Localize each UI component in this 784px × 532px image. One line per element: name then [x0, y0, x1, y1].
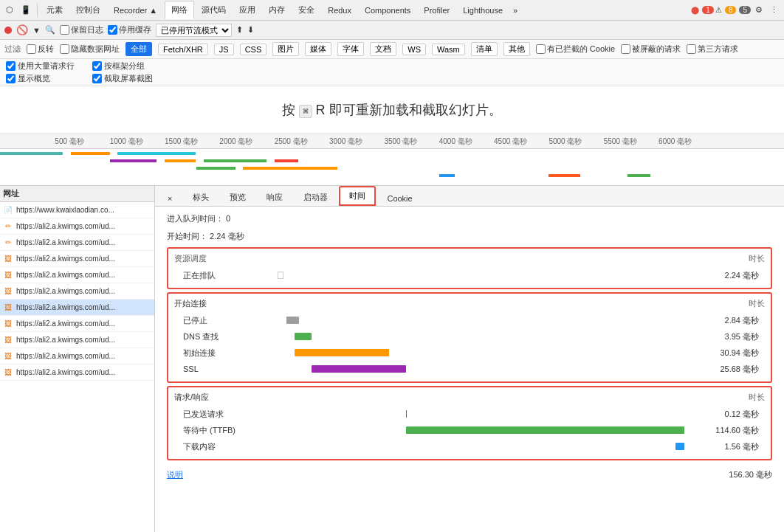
filter-doc[interactable]: 文档	[370, 42, 396, 56]
clear-button[interactable]: 🚫	[16, 24, 28, 35]
url-icon-4: 🖼	[3, 270, 13, 280]
large-requests-checkbox[interactable]	[6, 61, 16, 71]
more-options-icon[interactable]: ⋮	[767, 4, 781, 16]
url-item-10[interactable]: 🖼 https://ali2.a.kwimgs.com/ud...	[0, 365, 154, 381]
url-text-1: https://ali2.a.kwimgs.com/ud...	[16, 222, 151, 230]
more-tabs-icon[interactable]: »	[510, 4, 520, 16]
url-item-6[interactable]: 🖼 https://ali2.a.kwimgs.com/ud...	[0, 300, 154, 316]
tab-lighthouse[interactable]: Lighthouse	[457, 3, 509, 18]
import-icon[interactable]: ⬆	[236, 25, 243, 35]
tab-redux[interactable]: Redux	[322, 3, 357, 18]
url-item-2[interactable]: ✏ https://ali2.a.kwimgs.com/ud...	[0, 235, 154, 251]
overview-option[interactable]: 显示概览	[6, 73, 75, 84]
url-text-8: https://ali2.a.kwimgs.com/ud...	[16, 336, 151, 344]
download-bar-area	[278, 441, 706, 452]
device-icon[interactable]: 📱	[18, 4, 34, 16]
tab-sources[interactable]: 源代码	[196, 1, 232, 18]
resource-scheduling-label: 资源调度	[174, 253, 207, 264]
large-requests-option[interactable]: 使用大量请求行	[6, 61, 75, 72]
tab-close[interactable]: ×	[158, 190, 182, 206]
tab-application[interactable]: 应用	[233, 1, 261, 18]
filter-other[interactable]: 其他	[503, 42, 530, 56]
detail-content: 进入队列时间： 0 开始时间： 2.24 毫秒 资源调度 时长 正在排队	[155, 207, 784, 532]
preserve-log-checkbox[interactable]	[60, 25, 69, 35]
url-item-7[interactable]: 🖼 https://ali2.a.kwimgs.com/ud...	[0, 316, 154, 332]
total-duration: 156.30 毫秒	[729, 469, 772, 480]
filter-label: 过滤	[4, 44, 21, 55]
reverse-label[interactable]: 反转	[27, 44, 54, 55]
bar-row4-3	[627, 174, 651, 177]
frame-group-checkbox[interactable]	[92, 61, 102, 71]
url-item-9[interactable]: 🖼 https://ali2.a.kwimgs.com/ud...	[0, 348, 154, 365]
search-icon[interactable]: 🔍	[45, 25, 55, 35]
url-icon-doc: 📄	[3, 205, 13, 215]
options-col-right: 按框架分组 截取屏幕截图	[92, 61, 153, 84]
reverse-checkbox[interactable]	[27, 44, 36, 54]
filter-media[interactable]: 媒体	[305, 42, 331, 56]
blocked-requests-checkbox[interactable]	[621, 44, 630, 54]
filter-js[interactable]: JS	[214, 44, 234, 55]
settings-icon[interactable]: ⚙	[752, 4, 766, 16]
disable-cache-checkbox[interactable]	[108, 25, 117, 35]
ruler-6000: 6000 毫秒	[659, 137, 692, 147]
filter-css[interactable]: CSS	[240, 44, 267, 55]
tab-profiler[interactable]: Profiler	[418, 3, 455, 18]
export-icon[interactable]: ⬇	[247, 25, 254, 35]
tab-cookie[interactable]: Cookie	[377, 190, 422, 206]
overview-checkbox[interactable]	[6, 74, 16, 83]
center-message-area: 按 ⌘ R 即可重新加载和截取幻灯片。	[0, 86, 784, 134]
url-item-0[interactable]: 📄 https://www.kwaixlaodian.co...	[0, 202, 154, 218]
timeline-ruler: 500 毫秒 1000 毫秒 1500 毫秒 2000 毫秒 2500 毫秒 3…	[0, 134, 784, 149]
filter-all[interactable]: 全部	[125, 42, 152, 56]
url-item-3[interactable]: 🖼 https://ali2.a.kwimgs.com/ud...	[0, 251, 154, 267]
start-time-label: 开始时间：	[167, 232, 207, 241]
blocked-requests-label[interactable]: 被屏蔽的请求	[621, 44, 681, 55]
throttle-select[interactable]: 已停用节流模式	[156, 24, 232, 37]
tab-timing[interactable]: 时间	[339, 186, 376, 206]
inspect-icon[interactable]: ⬡	[3, 4, 16, 16]
hide-data-checkbox[interactable]	[60, 44, 69, 54]
hide-data-label[interactable]: 隐藏数据网址	[60, 44, 120, 55]
screenshot-option[interactable]: 截取屏幕截图	[92, 73, 153, 84]
initial-conn-duration: 30.94 毫秒	[706, 348, 765, 359]
filter-manifest[interactable]: 清单	[471, 42, 498, 56]
tab-response[interactable]: 响应	[257, 188, 292, 206]
filter-wasm[interactable]: Wasm	[432, 44, 465, 55]
url-text-10: https://ali2.a.kwimgs.com/ud...	[16, 368, 151, 376]
url-item-4[interactable]: 🖼 https://ali2.a.kwimgs.com/ud...	[0, 267, 154, 283]
record-button[interactable]	[4, 27, 12, 34]
url-icon-7: 🖼	[3, 319, 13, 329]
disable-cache-label[interactable]: 停用缓存	[108, 24, 151, 35]
preserve-log-label[interactable]: 保留日志	[60, 24, 103, 35]
tab-preview[interactable]: 预览	[220, 188, 255, 206]
tab-recorder[interactable]: Recorder ▲	[108, 3, 163, 18]
tab-console[interactable]: 控制台	[70, 1, 106, 18]
filter-ws[interactable]: WS	[402, 44, 426, 55]
filter-icon[interactable]: ▼	[32, 26, 41, 35]
tab-components[interactable]: Components	[359, 3, 416, 18]
blocked-cookies-checkbox[interactable]	[536, 44, 546, 54]
tab-elements[interactable]: 元素	[41, 1, 69, 18]
url-item-5[interactable]: 🖼 https://ali2.a.kwimgs.com/ud...	[0, 283, 154, 300]
filter-fetch-xhr[interactable]: Fetch/XHR	[158, 44, 208, 55]
url-item-8[interactable]: 🖼 https://ali2.a.kwimgs.com/ud...	[0, 332, 154, 348]
url-text-0: https://www.kwaixlaodian.co...	[16, 206, 151, 214]
third-party-checkbox[interactable]	[687, 44, 696, 54]
sent-row: 已发送请求 0.12 毫秒	[174, 406, 765, 422]
blocked-cookies-label[interactable]: 有已拦截的 Cookie	[536, 44, 615, 55]
tab-headers[interactable]: 标头	[183, 188, 219, 206]
tab-network[interactable]: 网络	[165, 1, 194, 19]
connection-start-header: 开始连接 时长	[174, 298, 765, 309]
bottom-area: 网址 📄 https://www.kwaixlaodian.co... ✏ ht…	[0, 186, 784, 532]
frame-group-option[interactable]: 按框架分组	[92, 61, 153, 72]
tab-initiator[interactable]: 启动器	[294, 188, 337, 206]
screenshot-checkbox[interactable]	[92, 74, 102, 83]
detail-panel: × 标头 预览 响应 启动器 时间 Cookie 进入队列时间： 0 开始时间：…	[155, 186, 784, 532]
filter-img[interactable]: 图片	[272, 42, 299, 56]
tab-memory[interactable]: 内存	[263, 1, 291, 18]
explain-link[interactable]: 说明	[167, 469, 183, 480]
filter-font[interactable]: 字体	[337, 42, 364, 56]
third-party-label[interactable]: 第三方请求	[687, 44, 738, 55]
url-item-1[interactable]: ✏ https://ali2.a.kwimgs.com/ud...	[0, 218, 154, 235]
tab-security[interactable]: 安全	[292, 1, 320, 18]
